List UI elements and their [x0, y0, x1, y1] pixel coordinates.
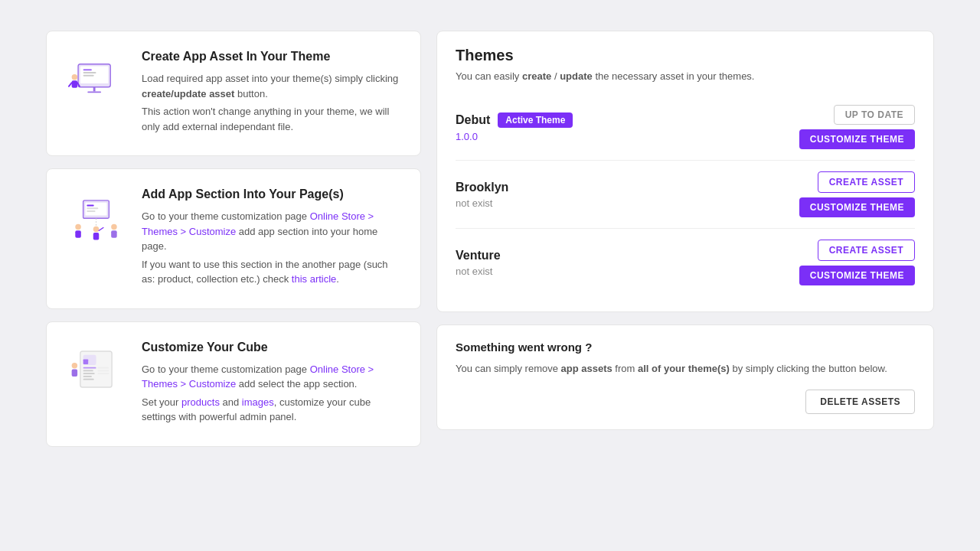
this-article-link[interactable]: this article: [292, 273, 337, 285]
up-to-date-button[interactable]: UP TO DATE: [834, 105, 915, 125]
create-bold: create: [522, 70, 551, 82]
svg-rect-34: [97, 373, 109, 374]
all-themes-bold: all of your theme(s): [638, 363, 730, 374]
products-link[interactable]: products: [181, 396, 220, 408]
theme-row-debut: Debut Active Theme 1.0.0 UP TO DATE CUST…: [456, 94, 915, 160]
add-section-card: Add App Section Into Your Page(s) Go to …: [46, 168, 421, 309]
debut-name: Debut: [456, 113, 490, 127]
online-store-link-1[interactable]: Online Store > Themes > Customize: [142, 210, 374, 237]
svg-rect-29: [83, 373, 94, 374]
customize-cube-title: Customize Your Cube: [142, 341, 402, 354]
svg-point-16: [75, 224, 81, 230]
error-section: Something went wrong ? You can simply re…: [436, 324, 934, 430]
customize-cube-desc1: Go to your theme customization page Onli…: [142, 362, 402, 392]
svg-rect-19: [111, 230, 117, 237]
add-section-desc1: Go to your theme customization page Onli…: [142, 209, 402, 254]
svg-rect-3: [83, 72, 96, 73]
customize-cube-card: Customize Your Cube Go to your theme cus…: [46, 321, 421, 447]
venture-name: Venture: [456, 249, 501, 262]
svg-line-9: [68, 83, 71, 86]
debut-actions: UP TO DATE CUSTOMIZE THEME: [799, 105, 915, 149]
add-section-illustration: [65, 187, 126, 245]
svg-rect-15: [87, 210, 95, 212]
svg-rect-5: [93, 87, 95, 92]
svg-rect-30: [83, 375, 91, 377]
brooklyn-actions: CREATE ASSET CUSTOMIZE THEME: [799, 171, 915, 217]
svg-rect-22: [93, 233, 99, 240]
svg-rect-14: [87, 207, 98, 209]
update-bold: update: [560, 70, 593, 82]
brooklyn-create-asset-button[interactable]: CREATE ASSET: [818, 171, 915, 193]
svg-point-7: [71, 74, 77, 80]
svg-point-21: [93, 227, 99, 233]
brooklyn-info: Brooklyn not exist: [456, 181, 508, 209]
delete-assets-button[interactable]: DELETE ASSETS: [805, 390, 915, 414]
create-asset-desc1: Load required app asset into your theme(…: [142, 71, 402, 101]
debut-info: Debut Active Theme 1.0.0: [456, 112, 573, 142]
left-panel: Create App Asset In Your Theme Load requ…: [46, 31, 421, 447]
theme-row-venture: Venture not exist CREATE ASSET CUSTOMIZE…: [456, 228, 915, 296]
svg-rect-26: [83, 359, 88, 364]
svg-rect-17: [75, 230, 81, 237]
debut-version: 1.0.0: [456, 131, 573, 142]
svg-rect-13: [87, 205, 93, 207]
create-asset-content: Create App Asset In Your Theme Load requ…: [142, 50, 402, 137]
theme-row-brooklyn: Brooklyn not exist CREATE ASSET CUSTOMIZ…: [456, 160, 915, 228]
svg-rect-8: [71, 80, 77, 87]
svg-rect-31: [83, 378, 93, 380]
svg-point-35: [71, 363, 77, 369]
customize-cube-desc2: Set your products and images, customize …: [142, 395, 402, 425]
svg-rect-27: [83, 367, 96, 368]
svg-point-18: [111, 224, 117, 230]
svg-rect-6: [87, 91, 101, 93]
brooklyn-status: not exist: [456, 197, 508, 209]
create-asset-card: Create App Asset In Your Theme Load requ…: [46, 31, 421, 156]
brooklyn-name: Brooklyn: [456, 181, 508, 194]
add-section-desc2: If you want to use this section in the a…: [142, 257, 402, 287]
customize-cube-content: Customize Your Cube Go to your theme cus…: [142, 341, 402, 428]
create-asset-desc2: This action won't change anything in you…: [142, 104, 402, 134]
venture-name-row: Venture: [456, 249, 501, 262]
error-description: You can simply remove app assets from al…: [456, 361, 915, 377]
images-link[interactable]: images: [242, 396, 274, 408]
debut-customize-button[interactable]: CUSTOMIZE THEME: [799, 129, 915, 149]
svg-rect-32: [97, 367, 109, 368]
error-title: Something went wrong ?: [456, 341, 915, 354]
themes-section: Themes You can easily create / update th…: [436, 31, 934, 312]
themes-title: Themes: [456, 47, 915, 64]
app-assets-bold: app assets: [561, 363, 612, 374]
add-section-content: Add App Section Into Your Page(s) Go to …: [142, 187, 402, 290]
right-panel: Themes You can easily create / update th…: [436, 31, 934, 447]
venture-status: not exist: [456, 266, 501, 277]
svg-rect-33: [97, 370, 109, 371]
venture-actions: CREATE ASSET CUSTOMIZE THEME: [799, 240, 915, 285]
debut-name-row: Debut Active Theme: [456, 112, 573, 128]
venture-create-asset-button[interactable]: CREATE ASSET: [818, 240, 915, 261]
online-store-link-2[interactable]: Online Store > Themes > Customize: [142, 364, 374, 390]
create-asset-illustration: [65, 50, 126, 107]
svg-rect-28: [83, 370, 93, 371]
active-theme-badge: Active Theme: [498, 112, 573, 128]
add-section-title: Add App Section Into Your Page(s): [142, 187, 402, 201]
brooklyn-name-row: Brooklyn: [456, 181, 508, 194]
customize-cube-illustration: [65, 341, 126, 398]
svg-line-23: [99, 228, 103, 231]
venture-info: Venture not exist: [456, 249, 501, 277]
svg-rect-2: [83, 69, 91, 70]
create-asset-title: Create App Asset In Your Theme: [142, 50, 402, 64]
venture-customize-button[interactable]: CUSTOMIZE THEME: [799, 266, 915, 285]
svg-rect-4: [83, 75, 93, 77]
svg-rect-36: [71, 369, 77, 376]
create-update-bold: create/update asset: [142, 88, 234, 99]
brooklyn-customize-button[interactable]: CUSTOMIZE THEME: [799, 197, 915, 217]
themes-intro: You can easily create / update the neces…: [456, 70, 915, 82]
